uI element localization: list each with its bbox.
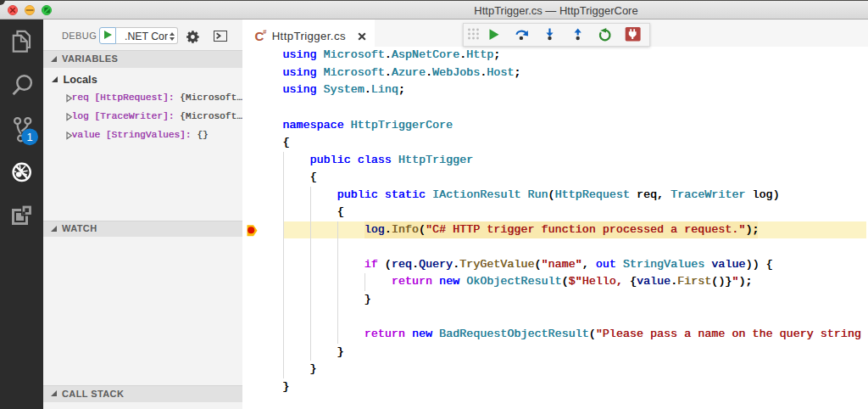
- svg-text:1: 1: [26, 131, 32, 143]
